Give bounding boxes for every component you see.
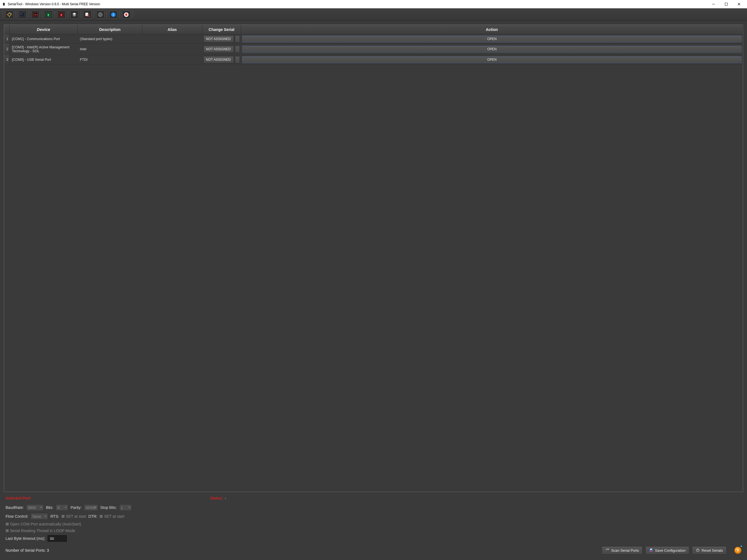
maximize-button[interactable] (720, 0, 732, 8)
loop-checkbox[interactable]: Serial Reading Thread in LOOP Mode (5, 529, 75, 533)
svg-line-27 (89, 16, 89, 17)
col-num-header[interactable] (4, 25, 10, 34)
change-serial-dropdown[interactable] (235, 46, 240, 53)
minimize-button[interactable] (707, 0, 720, 8)
col-action-header[interactable]: Action (241, 25, 743, 34)
footer-row: Number of Serial Ports: 3 Scan Serial Po… (4, 545, 743, 556)
change-serial-button[interactable]: NOT ASSIGNED (203, 35, 234, 43)
bug-green-icon[interactable] (44, 10, 52, 19)
info-icon[interactable]: i (109, 10, 118, 19)
parity-select[interactable]: NONE (84, 504, 98, 511)
table-row[interactable]: 3 [COM5] - USB Serial Port FTDI NOT ASSI… (4, 55, 743, 64)
svg-rect-1 (725, 3, 728, 5)
save-configuration-button[interactable]: Save Configuration (645, 546, 689, 555)
checkbox-icon (5, 529, 9, 532)
svg-point-30 (100, 15, 101, 15)
reset-icon (696, 548, 700, 553)
col-change-header[interactable]: Change Serial (202, 25, 241, 34)
medical-icon[interactable] (122, 10, 130, 19)
svg-point-19 (60, 14, 62, 16)
col-alias-header[interactable]: Alias (142, 25, 202, 34)
status-row: Selected Port: Status: - (4, 495, 743, 501)
serial-params-row: BaudRate: 9600 Bits: 8 Parity: NONE Stop… (5, 504, 742, 511)
svg-text:>_: >_ (21, 13, 24, 15)
ports-count-label: Number of Serial Ports: 3 (5, 548, 49, 553)
toolbar-separator (81, 11, 81, 19)
baudrate-label: BaudRate: (5, 505, 24, 510)
search-tag-icon[interactable] (83, 10, 92, 19)
toolbar-separator (133, 11, 133, 19)
hex-icon[interactable]: HEX (31, 10, 40, 19)
lastbyte-label: Last Byte timeout (ms): (5, 536, 45, 541)
row-description: (Standard port types) (78, 34, 142, 44)
target-icon[interactable] (96, 10, 104, 19)
flow-select[interactable]: None (30, 513, 48, 520)
window-title: SerialTool - Windows Version 0.9.0 - Mul… (8, 2, 100, 6)
stopbits-select[interactable]: 1 (119, 504, 132, 511)
table-row[interactable]: 2 [COM3] - Intel(R) Active Management Te… (4, 44, 743, 55)
window: SerialTool - Windows Version 0.9.0 - Mul… (0, 0, 747, 560)
dtr-checkbox[interactable]: SET at start (100, 514, 124, 518)
toolbar-separator (120, 11, 120, 19)
change-serial-button[interactable]: NOT ASSIGNED (203, 56, 234, 63)
autostart-row: Open COM Port automatically (AutoStart) (5, 522, 742, 526)
toolbar-separator (68, 11, 68, 19)
stopbits-label: Stop Bits: (100, 505, 117, 510)
app-icon (2, 2, 6, 6)
help-button[interactable]: ? (734, 547, 742, 554)
open-port-button[interactable]: OPEN (242, 46, 742, 53)
col-description-header[interactable]: Description (78, 25, 142, 34)
autostart-checkbox[interactable]: Open COM Port automatically (AutoStart) (5, 522, 81, 526)
row-num: 3 (4, 55, 10, 64)
rts-checkbox[interactable]: SET at start (61, 514, 86, 518)
open-port-button[interactable]: OPEN (242, 35, 742, 43)
table-row[interactable]: 1 [COM1] - Communications Port (Standard… (4, 34, 743, 44)
close-button[interactable] (732, 0, 745, 8)
row-alias (142, 34, 202, 44)
ports-table: Device Description Alias Change Serial A… (4, 25, 743, 64)
checkbox-icon (61, 515, 65, 518)
toolbar: >_ HEX (0, 8, 747, 21)
flow-row: Flow Control: None RTS: SET at start DTR… (5, 513, 742, 520)
svg-text:HEX: HEX (34, 14, 38, 16)
svg-marker-24 (72, 15, 76, 17)
toolbar-separator (55, 11, 55, 19)
row-description: FTDI (78, 55, 142, 64)
bits-select[interactable]: 8 (55, 504, 68, 511)
change-serial-button[interactable]: NOT ASSIGNED (203, 46, 234, 53)
row-device: [COM1] - Communications Port (10, 34, 78, 44)
toolbar-separator (107, 11, 107, 19)
bits-label: Bits: (46, 505, 53, 510)
row-device: [COM5] - USB Serial Port (10, 55, 78, 64)
refresh-icon (605, 548, 610, 553)
save-icon (649, 548, 653, 553)
col-device-header[interactable]: Device (10, 25, 78, 34)
reset-serials-button[interactable]: Reset Serials (692, 546, 726, 555)
layers-icon[interactable] (70, 10, 78, 19)
baudrate-select[interactable]: 9600 (26, 504, 44, 511)
content: Device Description Alias Change Serial A… (0, 21, 747, 560)
rts-label: RTS: (50, 514, 59, 518)
ports-table-container: Device Description Alias Change Serial A… (4, 25, 743, 492)
bug-red-icon[interactable] (57, 10, 66, 19)
checkbox-icon (100, 515, 103, 518)
settings-icon[interactable] (5, 10, 14, 19)
client-area: >_ HEX (0, 8, 747, 560)
row-alias (142, 55, 202, 64)
settings-panel: BaudRate: 9600 Bits: 8 Parity: NONE Stop… (4, 504, 743, 542)
svg-point-4 (8, 13, 11, 16)
open-port-button[interactable]: OPEN (242, 56, 742, 63)
terminal-icon[interactable]: >_ (18, 10, 27, 19)
lastbyte-row: Last Byte timeout (ms): (5, 535, 742, 542)
change-serial-dropdown[interactable] (235, 35, 240, 43)
row-description: Intel (78, 44, 142, 55)
row-num: 2 (4, 44, 10, 55)
svg-point-15 (47, 14, 49, 16)
toolbar-separator (3, 11, 3, 19)
svg-rect-36 (650, 551, 652, 552)
lastbyte-input[interactable] (48, 535, 67, 542)
row-num: 1 (4, 34, 10, 44)
status-value: - (225, 496, 226, 500)
change-serial-dropdown[interactable] (235, 56, 240, 63)
scan-ports-button[interactable]: Scan Serial Ports (602, 546, 643, 555)
